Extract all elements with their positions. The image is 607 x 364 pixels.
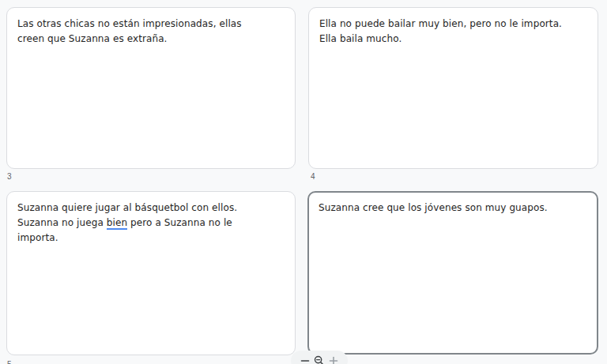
zoom-reset-button[interactable]	[313, 355, 326, 364]
slide-grid-view: Las otras chicas no están impresionadas,…	[0, 0, 607, 364]
slide-thumbnail-3[interactable]: Las otras chicas no están impresionadas,…	[6, 7, 296, 169]
slide-thumbnail-4[interactable]: Ella no puede bailar muy bien, pero no l…	[308, 7, 598, 169]
slide-3-line-1: Las otras chicas no están impresionadas,…	[17, 17, 285, 32]
slide-number-3: 3	[7, 172, 12, 181]
slide-5-line-2: Suzanna no juega bien pero a Suzanna no …	[17, 216, 285, 231]
slide-5-text: Suzanna quiere jugar al básquetbol con e…	[7, 192, 295, 254]
zoom-out-minus-icon	[300, 356, 310, 364]
zoom-toolbar	[291, 351, 348, 364]
slide-number-5: 5	[7, 360, 12, 364]
slide-5-line-2-pre: Suzanna no juega	[17, 217, 107, 228]
slide-thumbnail-5[interactable]: Suzanna quiere jugar al básquetbol con e…	[6, 191, 296, 355]
zoom-out-button[interactable]	[299, 355, 311, 364]
slide-3-line-2: creen que Suzanna es extraña.	[17, 32, 285, 47]
slide-4-line-2: Ella baila mucho.	[319, 32, 587, 47]
slide-4-line-1: Ella no puede bailar muy bien, pero no l…	[319, 17, 587, 32]
slide-5-line-1: Suzanna quiere jugar al básquetbol con e…	[17, 201, 285, 216]
zoom-in-button[interactable]	[327, 355, 340, 364]
slide-4-text: Ella no puede bailar muy bien, pero no l…	[309, 8, 598, 55]
slide-5-line-3: importa.	[17, 231, 285, 246]
slide-thumbnail-selected[interactable]: Suzanna cree que los jóvenes son muy gua…	[307, 191, 598, 355]
slide-number-4: 4	[311, 172, 315, 181]
zoom-in-plus-icon	[329, 356, 338, 364]
slide-selected-line-1: Suzanna cree que los jóvenes son muy gua…	[319, 201, 587, 216]
grammar-suggestion-word[interactable]: bien	[107, 217, 127, 230]
slide-selected-text: Suzanna cree que los jóvenes son muy gua…	[309, 193, 597, 223]
slide-3-text: Las otras chicas no están impresionadas,…	[7, 8, 295, 55]
slide-5-line-2-post: pero a Suzanna no le	[127, 217, 232, 228]
magnifier-minus-icon	[314, 355, 325, 364]
